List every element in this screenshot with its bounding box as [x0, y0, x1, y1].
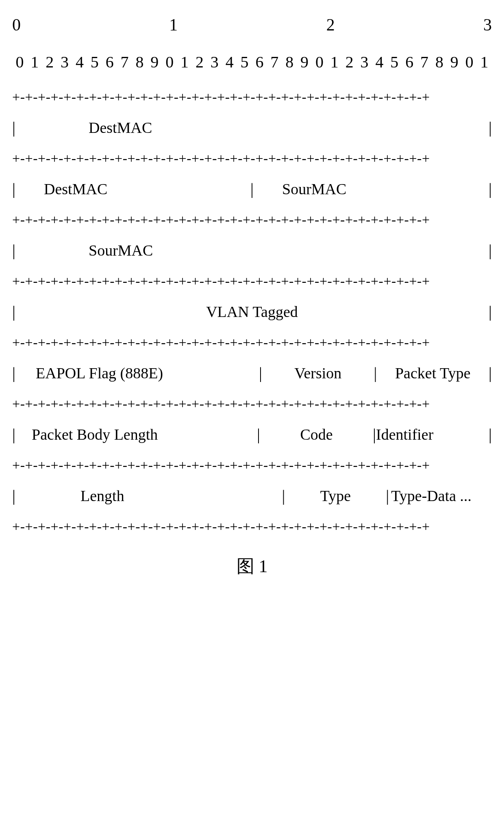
bit-label: 3: [357, 50, 372, 74]
cell-separator: |: [259, 361, 262, 385]
bit-label: 9: [447, 50, 462, 74]
byte-1: 1: [169, 12, 178, 38]
bit-label: 5: [87, 50, 102, 74]
bit-label: 9: [147, 50, 162, 74]
field-row: |Length|Type|Type-Data ...: [12, 484, 492, 508]
cell-separator: |: [12, 484, 15, 508]
field-packet-type: Packet Type: [377, 362, 489, 385]
field-row: |DestMAC|: [12, 115, 492, 140]
field-row: |DestMAC|SourMAC|: [12, 177, 492, 201]
field-vlan-tagged: VLAN Tagged: [15, 300, 489, 323]
bit-label: 5: [237, 50, 252, 74]
bit-label: 8: [282, 50, 297, 74]
field-eapol-flag-888e-: EAPOL Flag (888E): [15, 362, 259, 385]
bit-label: 1: [27, 50, 42, 74]
bit-ruler: 01234567890123456789012345678901: [12, 50, 492, 74]
row-divider: +-+-+-+-+-+-+-+-+-+-+-+-+-+-+-+-+-+-+-+-…: [12, 271, 492, 291]
field-row: |EAPOL Flag (888E)|Version|Packet Type|: [12, 361, 492, 385]
bit-label: 3: [57, 50, 72, 74]
bit-label: 8: [432, 50, 447, 74]
cell-separator: |: [12, 299, 15, 324]
cell-separator: |: [12, 422, 15, 447]
field-destmac: DestMAC: [15, 116, 489, 139]
bit-label: 5: [387, 50, 402, 74]
cell-separator: |: [12, 361, 15, 385]
field-sourmac: SourMAC: [15, 239, 489, 262]
cell-separator: |: [12, 177, 15, 201]
bit-label: 0: [312, 50, 327, 74]
cell-separator: |: [489, 361, 492, 385]
field-row: |VLAN Tagged|: [12, 299, 492, 324]
field-type-data-: Type-Data ...: [389, 484, 492, 508]
field-destmac: DestMAC: [15, 178, 250, 201]
cell-separator: |: [489, 422, 492, 447]
cell-separator: |: [374, 361, 377, 385]
bit-label: 2: [342, 50, 357, 74]
byte-2: 2: [326, 12, 335, 38]
cell-separator: |: [282, 484, 285, 508]
bit-label: 0: [12, 50, 27, 74]
bit-label: 1: [477, 50, 492, 74]
field-version: Version: [262, 362, 374, 385]
row-divider: +-+-+-+-+-+-+-+-+-+-+-+-+-+-+-+-+-+-+-+-…: [12, 148, 492, 169]
field-identifier: Identifier: [376, 423, 489, 446]
cell-separator: |: [373, 422, 376, 447]
row-divider: +-+-+-+-+-+-+-+-+-+-+-+-+-+-+-+-+-+-+-+-…: [12, 87, 492, 107]
row-divider: +-+-+-+-+-+-+-+-+-+-+-+-+-+-+-+-+-+-+-+-…: [12, 209, 492, 230]
cell-separator: |: [12, 115, 15, 140]
bit-label: 4: [372, 50, 387, 74]
bit-label: 6: [402, 50, 417, 74]
field-packet-body-length: Packet Body Length: [15, 423, 257, 446]
bit-label: 1: [177, 50, 192, 74]
bit-label: 0: [462, 50, 477, 74]
bit-label: 8: [132, 50, 147, 74]
cell-separator: |: [386, 484, 389, 508]
cell-separator: |: [12, 238, 15, 263]
bit-label: 2: [192, 50, 207, 74]
cell-separator: |: [489, 177, 492, 201]
figure-caption: 图 1: [12, 553, 492, 580]
byte-0: 0: [12, 12, 21, 38]
row-divider: +-+-+-+-+-+-+-+-+-+-+-+-+-+-+-+-+-+-+-+-…: [12, 332, 492, 353]
field-code: Code: [260, 423, 373, 446]
bit-label: 7: [417, 50, 432, 74]
bit-label: 6: [252, 50, 267, 74]
cell-separator: |: [489, 115, 492, 140]
packet-diagram: 0 1 2 3 01234567890123456789012345678901…: [12, 12, 492, 580]
bit-label: 0: [162, 50, 177, 74]
byte-ruler: 0 1 2 3: [12, 12, 492, 38]
bit-label: 2: [42, 50, 57, 74]
cell-separator: |: [489, 299, 492, 324]
bit-label: 7: [117, 50, 132, 74]
bit-label: 4: [222, 50, 237, 74]
field-type: Type: [285, 484, 386, 508]
bit-label: 9: [297, 50, 312, 74]
row-divider: +-+-+-+-+-+-+-+-+-+-+-+-+-+-+-+-+-+-+-+-…: [12, 393, 492, 414]
cell-separator: |: [250, 177, 254, 201]
byte-3: 3: [483, 12, 492, 38]
field-sourmac: SourMAC: [254, 178, 489, 201]
field-row: |SourMAC|: [12, 238, 492, 263]
row-divider: +-+-+-+-+-+-+-+-+-+-+-+-+-+-+-+-+-+-+-+-…: [12, 455, 492, 475]
bit-label: 6: [102, 50, 117, 74]
bit-label: 1: [327, 50, 342, 74]
bit-label: 4: [72, 50, 87, 74]
bit-label: 3: [207, 50, 222, 74]
row-divider: +-+-+-+-+-+-+-+-+-+-+-+-+-+-+-+-+-+-+-+-…: [12, 516, 492, 537]
field-row: |Packet Body Length|Code|Identifier|: [12, 422, 492, 447]
field-length: Length: [15, 484, 282, 508]
bit-label: 7: [267, 50, 282, 74]
cell-separator: |: [257, 422, 260, 447]
cell-separator: |: [489, 238, 492, 263]
